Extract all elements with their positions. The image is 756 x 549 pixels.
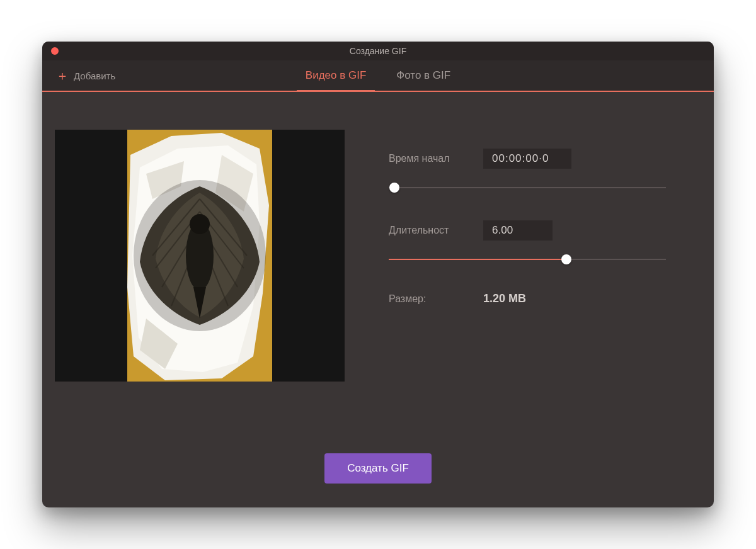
tab-label: Видео в GIF	[306, 69, 366, 82]
start-time-input[interactable]: 00:00:00·0	[483, 149, 571, 169]
content-area: Время начал 00:00:00·0 Длительност 6.00	[42, 92, 714, 436]
gif-creator-window: Создание GIF ＋ Добавить Видео в GIF Фото…	[42, 42, 714, 507]
size-label: Размер:	[389, 293, 471, 305]
slider-thumb[interactable]	[389, 183, 399, 193]
tab-photo-to-gif[interactable]: Фото в GIF	[381, 60, 466, 91]
controls-panel: Время начал 00:00:00·0 Длительност 6.00	[389, 130, 676, 436]
tab-label: Фото в GIF	[396, 69, 450, 82]
size-value: 1.20 MB	[483, 292, 526, 305]
create-gif-button[interactable]: Создать GIF	[324, 453, 432, 484]
titlebar: Создание GIF	[42, 42, 714, 60]
window-title: Создание GIF	[42, 46, 714, 56]
preview-frame-image	[127, 130, 272, 382]
duration-slider[interactable]	[389, 254, 666, 264]
toolbar: ＋ Добавить Видео в GIF Фото в GIF	[42, 60, 714, 92]
start-time-label: Время начал	[389, 153, 471, 164]
add-button-label: Добавить	[74, 71, 115, 81]
footer: Создать GIF	[42, 436, 714, 507]
window-controls	[51, 47, 59, 55]
duration-label: Длительност	[389, 225, 471, 236]
tab-video-to-gif[interactable]: Видео в GIF	[290, 60, 381, 91]
video-preview[interactable]	[55, 130, 345, 382]
svg-point-11	[190, 214, 210, 234]
add-button[interactable]: ＋ Добавить	[42, 60, 129, 91]
close-icon[interactable]	[51, 47, 59, 55]
duration-input[interactable]: 6.00	[483, 220, 553, 241]
plus-icon: ＋	[56, 69, 69, 82]
start-time-slider[interactable]	[389, 183, 666, 193]
slider-thumb[interactable]	[561, 254, 571, 264]
slider-track	[389, 187, 666, 188]
slider-fill	[389, 259, 566, 260]
tabs: Видео в GIF Фото в GIF	[42, 60, 714, 91]
